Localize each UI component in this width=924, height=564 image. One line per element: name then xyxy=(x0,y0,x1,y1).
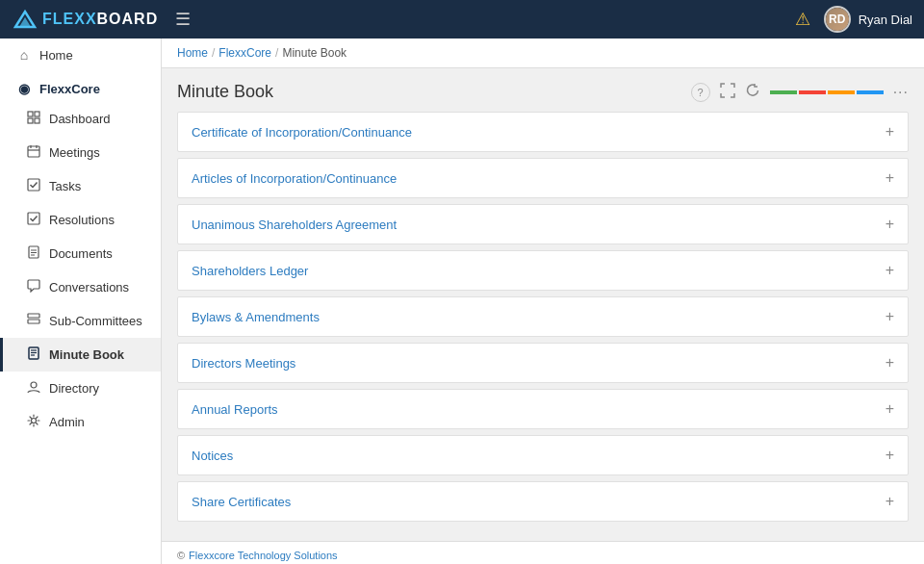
accordion-label-4: Bylaws & Amendments xyxy=(192,310,320,324)
hamburger-icon[interactable]: ☰ xyxy=(175,9,191,30)
accordion-header-4[interactable]: Bylaws & Amendments + xyxy=(178,297,908,336)
sidebar-item-label: Admin xyxy=(49,415,85,429)
more-options-icon[interactable]: ··· xyxy=(893,84,909,101)
accordion-item-5: Directors Meetings + xyxy=(177,343,909,383)
sidebar-item-label: Minute Book xyxy=(49,347,124,362)
refresh-icon[interactable] xyxy=(745,83,760,102)
svg-rect-17 xyxy=(28,320,39,323)
footer-copyright: © xyxy=(177,550,185,561)
accordion-header-8[interactable]: Share Certificates + xyxy=(178,482,908,521)
svg-rect-5 xyxy=(35,118,39,123)
status-orange xyxy=(828,90,855,94)
accordion-header-7[interactable]: Notices + xyxy=(178,436,908,474)
sidebar-item-label: Resolutions xyxy=(49,213,115,227)
accordion-label-2: Unanimous Shareholders Agreement xyxy=(192,218,397,232)
accordion-label-7: Notices xyxy=(192,449,233,463)
accordion-expand-5[interactable]: + xyxy=(886,354,894,372)
sidebar-item-resolutions[interactable]: Resolutions xyxy=(0,203,161,237)
home-icon: ⌂ xyxy=(16,47,32,63)
footer-link[interactable]: Flexxcore Technology Solutions xyxy=(189,550,338,561)
accordion-item-2: Unanimous Shareholders Agreement + xyxy=(177,204,909,244)
svg-rect-2 xyxy=(28,112,33,116)
accordion-item-4: Bylaws & Amendments + xyxy=(177,296,909,337)
sidebar-item-documents[interactable]: Documents xyxy=(0,237,161,270)
accordion-expand-4[interactable]: + xyxy=(886,308,894,325)
accordion-header-2[interactable]: Unanimous Shareholders Agreement + xyxy=(178,205,908,244)
svg-rect-3 xyxy=(35,112,39,116)
page-header: Minute Book ? ·· xyxy=(177,82,909,102)
accordion-expand-0[interactable]: + xyxy=(886,123,894,141)
breadcrumb-sep-1: / xyxy=(212,46,215,60)
avatar: RD xyxy=(824,6,851,33)
accordion-header-1[interactable]: Articles of Incorporation/Continuance + xyxy=(178,159,908,197)
sidebar-item-tasks[interactable]: Tasks xyxy=(0,169,161,203)
status-blue xyxy=(857,90,884,94)
footer: © Flexxcore Technology Solutions xyxy=(162,541,924,564)
accordion-item-0: Certificate of Incorporation/Continuance… xyxy=(177,112,909,152)
accordion-label-6: Annual Reports xyxy=(192,402,278,417)
page-content: Minute Book ? ·· xyxy=(162,68,924,541)
breadcrumb-current: Minute Book xyxy=(282,46,346,60)
accordion-expand-3[interactable]: + xyxy=(886,262,894,279)
sidebar-item-meetings[interactable]: Meetings xyxy=(0,136,161,169)
svg-rect-16 xyxy=(28,314,39,318)
accordion-item-1: Articles of Incorporation/Continuance + xyxy=(177,158,909,198)
sidebar-item-label: Meetings xyxy=(49,145,100,160)
fullscreen-icon[interactable] xyxy=(720,83,735,102)
main-layout: ⌂ Home ◉ FlexxCore Dashboard Meetings xyxy=(0,38,924,564)
tasks-icon xyxy=(26,178,41,194)
meetings-icon xyxy=(26,144,41,161)
accordion-expand-6[interactable]: + xyxy=(886,400,894,418)
sidebar-item-admin[interactable]: Admin xyxy=(0,405,161,439)
svg-point-23 xyxy=(32,419,37,423)
user-name: Ryan Dial xyxy=(859,13,912,27)
breadcrumb-flexxcore[interactable]: FlexxCore xyxy=(218,46,271,60)
logo-flexx: FLEXX xyxy=(42,11,97,28)
top-nav-right: ⚠ RD Ryan Dial xyxy=(795,6,912,33)
top-nav-left: FLEXX BOARD ☰ xyxy=(12,6,191,33)
top-navbar: FLEXX BOARD ☰ ⚠ RD Ryan Dial xyxy=(0,0,924,38)
dashboard-icon xyxy=(26,111,41,127)
accordion-label-0: Certificate of Incorporation/Continuance xyxy=(192,125,412,140)
accordion-label-8: Share Certificates xyxy=(192,495,291,509)
page-actions: ? ··· xyxy=(691,83,909,102)
svg-rect-11 xyxy=(28,213,39,224)
accordion-label-5: Directors Meetings xyxy=(192,356,295,371)
sidebar-item-label: Directory xyxy=(49,381,99,396)
accordion-expand-2[interactable]: + xyxy=(886,216,894,233)
logo-board: BOARD xyxy=(97,11,159,28)
sidebar-item-home[interactable]: ⌂ Home xyxy=(0,38,161,71)
conversations-icon xyxy=(26,279,41,295)
sidebar-item-flexxcore[interactable]: ◉ FlexxCore xyxy=(0,71,161,102)
alert-icon[interactable]: ⚠ xyxy=(795,9,810,30)
sidebar-item-dashboard[interactable]: Dashboard xyxy=(0,102,161,136)
accordion-header-5[interactable]: Directors Meetings + xyxy=(178,344,908,382)
breadcrumb: Home / FlexxCore / Minute Book xyxy=(162,38,924,68)
status-green xyxy=(770,90,797,94)
page-title: Minute Book xyxy=(177,82,273,102)
accordion-header-6[interactable]: Annual Reports + xyxy=(178,390,908,428)
documents-icon xyxy=(26,245,41,262)
svg-rect-10 xyxy=(28,179,39,191)
sidebar-item-conversations[interactable]: Conversations xyxy=(0,270,161,304)
resolutions-icon xyxy=(26,212,41,228)
sidebar: ⌂ Home ◉ FlexxCore Dashboard Meetings xyxy=(0,38,162,564)
sidebar-item-label: Home xyxy=(39,48,73,63)
sidebar-item-directory[interactable]: Directory xyxy=(0,372,161,405)
sidebar-item-label: FlexxCore xyxy=(39,82,100,96)
accordion-expand-7[interactable]: + xyxy=(886,447,894,464)
sidebar-item-minutebook[interactable]: Minute Book xyxy=(0,338,161,372)
accordion-expand-1[interactable]: + xyxy=(886,169,894,187)
accordion-header-3[interactable]: Shareholders Ledger + xyxy=(178,251,908,290)
admin-icon xyxy=(26,414,41,430)
accordion-expand-8[interactable]: + xyxy=(886,493,894,510)
accordion-item-6: Annual Reports + xyxy=(177,389,909,429)
help-icon[interactable]: ? xyxy=(691,83,710,102)
breadcrumb-home[interactable]: Home xyxy=(177,46,208,60)
minutebook-icon xyxy=(26,346,41,363)
accordion-item-3: Shareholders Ledger + xyxy=(177,250,909,291)
accordion-header-0[interactable]: Certificate of Incorporation/Continuance… xyxy=(178,113,908,151)
logo[interactable]: FLEXX BOARD xyxy=(12,6,158,33)
sidebar-item-subcommittees[interactable]: Sub-Committees xyxy=(0,304,161,338)
user-area[interactable]: RD Ryan Dial xyxy=(824,6,912,33)
